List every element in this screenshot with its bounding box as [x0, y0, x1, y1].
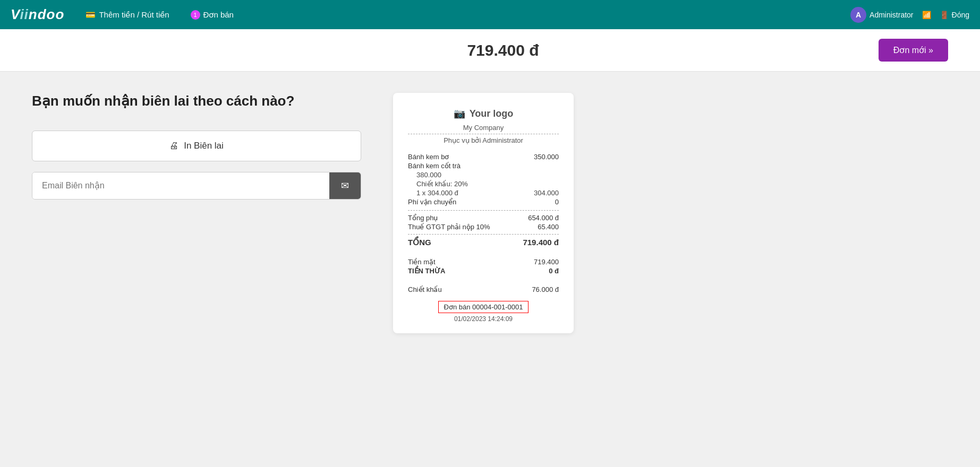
- item-row-qty: 1 x 304.000 đ 304.000: [408, 189, 559, 197]
- receipt-header: 📷 Your logo My Company Phục vụ bởi Admin…: [408, 108, 559, 144]
- add-withdraw-nav[interactable]: 💳 Thêm tiền / Rút tiền: [80, 7, 174, 23]
- print-label: In Biên lai: [184, 141, 224, 151]
- admin-label: Administrator: [870, 11, 913, 19]
- item-name: Bánh kem bơ: [408, 153, 449, 161]
- cash-row: Tiền mặt 719.400: [408, 258, 559, 266]
- camera-icon: 📷: [454, 108, 465, 119]
- logout-icon: 🚪: [940, 11, 949, 19]
- email-input[interactable]: [32, 172, 329, 199]
- item-row-banh-kem-bo: Bánh kem bơ 350.000: [408, 153, 559, 161]
- discount-row: Chiết khấu 76.000 đ: [408, 286, 559, 293]
- grand-total-label: TỔNG: [408, 238, 431, 247]
- item-shipping-label: Phí vận chuyển: [408, 198, 456, 206]
- amount-bar: 719.400 đ Đơn mới »: [0, 29, 980, 72]
- change-label: TIỀN THỪA: [408, 267, 445, 275]
- subtotal-row: Tổng phụ 654.000 đ: [408, 214, 559, 222]
- receipt-items: Bánh kem bơ 350.000 Bánh kem cốt trà 380…: [408, 153, 559, 206]
- item-name: Bánh kem cốt trà: [408, 162, 461, 170]
- item-sub-price: 380.000: [416, 171, 441, 179]
- change-row: TIỀN THỪA 0 đ: [408, 267, 559, 275]
- print-button[interactable]: 🖨 In Biên lai: [32, 131, 361, 161]
- wifi-icon: 📶: [922, 11, 931, 19]
- new-order-button[interactable]: Đơn mới »: [879, 39, 948, 62]
- receipt-company: My Company: [408, 124, 559, 132]
- cash-label: Tiền mặt: [408, 258, 436, 266]
- tax-value: 65.400: [538, 223, 559, 231]
- receipt-logo-text: Your logo: [470, 108, 514, 119]
- order-nav[interactable]: 1 Đơn bán: [185, 7, 239, 23]
- receipt-footer: Đơn bán 00004-001-0001 01/02/2023 14:24:…: [408, 301, 559, 323]
- item-row-discount: Chiết khấu: 20%: [408, 180, 559, 188]
- wifi-icon-btn[interactable]: 📶: [922, 11, 931, 19]
- order-badge: 1: [191, 10, 200, 20]
- change-value: 0 đ: [549, 267, 559, 275]
- tax-label: Thuế GTGT phải nộp 10%: [408, 223, 490, 231]
- receipt-date: 01/02/2023 14:24:09: [408, 315, 559, 323]
- send-icon: ✉: [341, 180, 349, 192]
- item-qty-label: 1 x 304.000 đ: [416, 189, 458, 197]
- logout-label: Đóng: [952, 11, 969, 19]
- item-price: 350.000: [534, 153, 559, 161]
- left-side: Bạn muốn nhận biên lai theo cách nào? 🖨 …: [32, 93, 361, 333]
- discount-label: Chiết khấu: [408, 286, 442, 293]
- total-amount: 719.400 đ: [467, 41, 539, 59]
- subtotal-label: Tổng phụ: [408, 214, 438, 222]
- item-row-price: 380.000: [408, 171, 559, 179]
- item-qty-val: 304.000: [534, 189, 559, 197]
- grand-total-value: 719.400 đ: [523, 238, 559, 247]
- tax-row: Thuế GTGT phải nộp 10% 65.400: [408, 223, 559, 231]
- item-row-banh-kem-cot-tra: Bánh kem cốt trà: [408, 162, 559, 170]
- email-send-button[interactable]: ✉: [329, 172, 361, 199]
- receipt-served: Phục vụ bởi Administrator: [408, 136, 559, 144]
- receipt-divider-3: [408, 234, 559, 235]
- new-order-label: Đơn mới »: [893, 45, 933, 55]
- order-label: Đơn bán: [203, 10, 234, 20]
- receipt-divider-1: [408, 134, 559, 134]
- app-logo: Viindoo: [11, 6, 64, 23]
- item-row-shipping: Phí vận chuyển 0: [408, 198, 559, 206]
- grand-total-row: TỔNG 719.400 đ: [408, 238, 559, 247]
- logout-btn[interactable]: 🚪 Đóng: [940, 11, 969, 19]
- email-row: ✉: [32, 172, 361, 200]
- receipt-panel: 📷 Your logo My Company Phục vụ bởi Admin…: [393, 93, 574, 333]
- print-icon: 🖨: [169, 141, 178, 151]
- add-withdraw-label: Thêm tiền / Rút tiền: [99, 10, 169, 20]
- navbar-right: A Administrator 📶 🚪 Đóng: [850, 7, 969, 23]
- receipt-logo: 📷 Your logo: [408, 108, 559, 119]
- receipt-divider-2: [408, 210, 559, 211]
- navbar: Viindoo 💳 Thêm tiền / Rút tiền 1 Đơn bán…: [0, 0, 980, 29]
- add-withdraw-icon: 💳: [86, 10, 96, 20]
- order-ref[interactable]: Đơn bán 00004-001-0001: [438, 301, 529, 313]
- body-section: Bạn muốn nhận biên lai theo cách nào? 🖨 …: [0, 72, 980, 354]
- admin-info[interactable]: A Administrator: [850, 7, 913, 23]
- item-shipping-val: 0: [555, 198, 559, 206]
- receipt-question: Bạn muốn nhận biên lai theo cách nào?: [32, 93, 361, 109]
- main-content: 719.400 đ Đơn mới » Bạn muốn nhận biên l…: [0, 29, 980, 467]
- item-discount-label: Chiết khấu: 20%: [416, 180, 468, 188]
- admin-avatar: A: [850, 7, 866, 23]
- subtotal-value: 654.000 đ: [528, 214, 559, 222]
- discount-value: 76.000 đ: [532, 286, 559, 293]
- cash-value: 719.400: [534, 258, 559, 266]
